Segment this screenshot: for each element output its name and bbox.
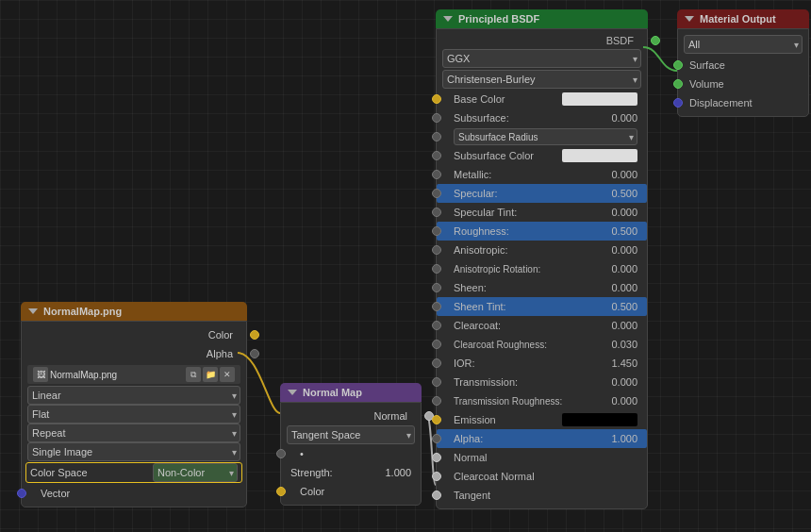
color-in-row: Color: [281, 482, 421, 501]
specular-socket[interactable]: [432, 189, 441, 198]
vector-socket-in[interactable]: [17, 489, 26, 498]
specular-tint-socket[interactable]: [432, 208, 441, 217]
base-color-swatch[interactable]: [562, 92, 637, 106]
alpha-socket-out[interactable]: [250, 349, 259, 358]
roughness-label: Roughness:: [446, 225, 595, 237]
interpolation-select[interactable]: Linear: [27, 386, 240, 405]
specular-tint-label: Specular Tint:: [446, 207, 595, 218]
projection-select-wrapper: Flat: [27, 405, 240, 424]
clearcoat-roughness-row: Clearcoat Roughness: 0.030: [437, 335, 647, 354]
all-select[interactable]: All: [684, 35, 803, 54]
base-color-socket[interactable]: [432, 94, 441, 104]
clearcoat-normal-socket[interactable]: [432, 472, 441, 481]
surface-socket[interactable]: [673, 60, 683, 70]
close-icon[interactable]: ✕: [220, 367, 235, 382]
metallic-value: 0.000: [595, 169, 637, 180]
volume-label: Volume: [689, 78, 799, 90]
aniso-rot-label: Anisotropic Rotation:: [446, 264, 595, 274]
source-select-wrapper: Single Image: [27, 442, 240, 461]
all-dropdown-wrapper: All: [684, 35, 803, 54]
projection-select[interactable]: Flat: [27, 405, 240, 424]
source-row: Single Image: [22, 442, 246, 461]
base-color-row: Base Color: [437, 90, 647, 108]
clearcoat-roughness-label: Clearcoat Roughness:: [446, 340, 595, 350]
sheen-row: Sheen: 0.000: [437, 278, 647, 297]
subsurface-method-select[interactable]: Christensen-Burley: [442, 70, 641, 89]
image-type-icon[interactable]: 🖼: [33, 367, 48, 382]
specular-label: Specular:: [446, 188, 595, 199]
normal-map-body: Normal Tangent Space • Strength: 1.000 C…: [280, 402, 422, 506]
bsdf-header: Principled BSDF: [436, 9, 648, 28]
color-space-select[interactable]: Non-Color: [153, 463, 238, 482]
anisotropic-label: Anisotropic:: [446, 244, 595, 256]
normal-collapse-triangle[interactable]: [288, 390, 297, 395]
anisotropic-socket[interactable]: [432, 245, 441, 255]
subsurface-socket[interactable]: [432, 113, 441, 123]
transmission-socket[interactable]: [432, 377, 441, 387]
normal-in-socket[interactable]: [432, 453, 441, 462]
anisotropic-rotation-row: Anisotropic Rotation: 0.000: [437, 259, 647, 278]
tangent-space-select[interactable]: Tangent Space: [287, 425, 415, 444]
normal-map-title: Normal Map: [303, 387, 362, 398]
displacement-row: Displacement: [678, 93, 808, 112]
folder-icon[interactable]: 📁: [203, 367, 218, 382]
collapse-triangle[interactable]: [28, 308, 38, 314]
normal-out-label: Normal: [374, 410, 407, 422]
distribution-wrapper: GGX: [442, 49, 641, 68]
transmission-roughness-row: Transmission Roughness: 0.000: [437, 391, 647, 410]
all-dropdown-row: All: [678, 33, 808, 56]
subsurface-color-label: Subsurface Color: [446, 150, 558, 161]
subsurface-radius-select[interactable]: Subsurface Radius: [454, 128, 637, 145]
color-socket-out[interactable]: [250, 330, 259, 340]
alpha-out-row: Alpha: [22, 344, 246, 363]
sheen-tint-socket[interactable]: [432, 302, 441, 311]
clearcoat-roughness-socket[interactable]: [432, 340, 441, 349]
dot-socket[interactable]: [276, 449, 286, 458]
subsurface-color-socket[interactable]: [432, 151, 441, 160]
metallic-row: Metallic: 0.000: [437, 165, 647, 184]
specular-row: Specular: 0.500: [437, 184, 647, 203]
output-body: All Surface Volume Displacement: [677, 28, 809, 117]
distribution-select[interactable]: GGX: [442, 49, 641, 68]
bsdf-socket-out[interactable]: [651, 36, 660, 45]
color-socket-in[interactable]: [276, 487, 286, 496]
bsdf-node: Principled BSDF BSDF GGX Christensen-Bur…: [436, 9, 648, 509]
metallic-socket[interactable]: [432, 170, 441, 179]
emission-swatch[interactable]: [562, 413, 637, 426]
copy-icon[interactable]: ⧉: [186, 367, 201, 382]
output-collapse-triangle[interactable]: [685, 16, 694, 22]
displacement-socket[interactable]: [673, 98, 683, 108]
distribution-row: GGX: [437, 48, 647, 69]
sheen-socket[interactable]: [432, 283, 441, 292]
anisotropic-row: Anisotropic: 0.000: [437, 241, 647, 259]
subsurface-radius-row: Subsurface Radius: [437, 127, 647, 146]
extension-select[interactable]: Repeat: [27, 424, 240, 442]
interpolation-row: Linear: [22, 386, 246, 405]
clearcoat-roughness-value: 0.030: [595, 339, 637, 350]
clearcoat-normal-label: Clearcoat Normal: [446, 471, 637, 482]
roughness-socket[interactable]: [432, 226, 441, 236]
source-select[interactable]: Single Image: [27, 442, 240, 461]
sheen-tint-row: Sheen Tint: 0.500: [437, 297, 647, 316]
tangent-socket[interactable]: [432, 490, 441, 500]
subsurface-radius-socket[interactable]: [432, 132, 441, 141]
image-toolbar: 🖼 NormalMap.png ⧉ 📁 ✕: [27, 365, 240, 384]
trans-roughness-value: 0.000: [595, 395, 637, 407]
ior-socket[interactable]: [432, 358, 441, 368]
surface-row: Surface: [678, 56, 808, 75]
subsurface-color-swatch[interactable]: [562, 149, 637, 162]
ior-label: IOR:: [446, 357, 595, 369]
transmission-label: Transmission:: [446, 376, 595, 388]
alpha-socket[interactable]: [432, 434, 441, 443]
clearcoat-socket[interactable]: [432, 321, 441, 330]
aniso-rot-socket[interactable]: [432, 264, 441, 274]
bsdf-collapse-triangle[interactable]: [443, 16, 453, 22]
emission-socket[interactable]: [432, 415, 441, 424]
trans-roughness-socket[interactable]: [432, 396, 441, 406]
clearcoat-label: Clearcoat:: [446, 320, 595, 331]
volume-socket[interactable]: [673, 79, 683, 89]
roughness-value: 0.500: [595, 225, 637, 237]
color-out-label: Color: [208, 329, 233, 341]
alpha-label: Alpha:: [446, 433, 595, 444]
tangent-row: Tangent: [437, 486, 647, 505]
